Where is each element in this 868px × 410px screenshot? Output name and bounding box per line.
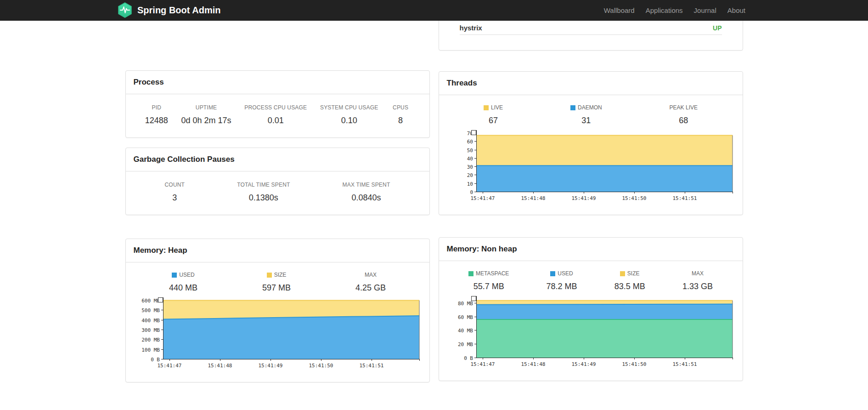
brand-link[interactable]: Spring Boot Admin bbox=[117, 2, 220, 18]
process-metrics: PID 12488 UPTIME 0d 0h 2m 17s PROCESS CP… bbox=[126, 94, 429, 137]
process-panel-heading: Process bbox=[126, 71, 429, 94]
metric-value: 8 bbox=[391, 116, 410, 125]
health-status-badge: UP bbox=[713, 24, 721, 32]
legend-value: 55.7 MB bbox=[468, 282, 509, 291]
metric-process-cpu: PROCESS CPU USAGE 0.01 bbox=[244, 104, 307, 125]
legend-label-text: SIZE bbox=[627, 270, 640, 277]
app-logo-icon bbox=[117, 2, 133, 18]
legend-label-text: SIZE bbox=[274, 272, 287, 278]
memory-heap-legend: USED 440 MB SIZE 597 MB MAX bbox=[126, 262, 429, 294]
threads-chart: 01020304050607015:41:4715:41:4815:41:491… bbox=[446, 129, 735, 206]
metaspace-swatch-icon bbox=[468, 271, 473, 276]
used-swatch-icon bbox=[550, 271, 555, 276]
left-column: Process PID 12488 UPTIME 0d 0h 2m 17s PR… bbox=[125, 21, 430, 382]
svg-text:15:41:50: 15:41:50 bbox=[622, 195, 647, 201]
health-row-hystrix[interactable]: hystrix UP bbox=[460, 21, 722, 35]
nav-item-about[interactable]: About bbox=[722, 6, 751, 14]
legend-label: MAX bbox=[682, 270, 713, 277]
legend-label: DAEMON bbox=[570, 104, 602, 111]
nav-item-applications[interactable]: Applications bbox=[640, 6, 688, 14]
svg-text:10: 10 bbox=[467, 181, 473, 187]
nav-item-journal[interactable]: Journal bbox=[688, 6, 722, 14]
metric-label: PROCESS CPU USAGE bbox=[244, 104, 307, 111]
right-column: hystrix UP Threads LIVE 67 bbox=[439, 21, 743, 381]
metric-label: MAX TIME SPENT bbox=[343, 182, 390, 188]
metric-label: CPUS bbox=[391, 104, 410, 111]
legend-value: 78.2 MB bbox=[546, 282, 577, 291]
legend-label: USED bbox=[169, 272, 197, 278]
legend-label-text: LIVE bbox=[491, 104, 503, 111]
svg-text:15:41:50: 15:41:50 bbox=[622, 361, 647, 367]
memory-nonheap-panel: Memory: Non heap METASPACE 55.7 MB USED bbox=[439, 237, 743, 381]
legend-label-text: METASPACE bbox=[476, 270, 509, 277]
metric-gc-max-time: MAX TIME SPENT 0.0840s bbox=[343, 182, 390, 203]
legend-label: MAX bbox=[355, 272, 386, 278]
svg-text:15:41:51: 15:41:51 bbox=[673, 195, 697, 201]
memory-heap-panel-title: Memory: Heap bbox=[134, 246, 187, 255]
size-swatch-icon bbox=[267, 273, 272, 278]
process-panel-title: Process bbox=[134, 78, 164, 86]
metric-value: 0.1380s bbox=[237, 193, 290, 203]
svg-text:400 MB: 400 MB bbox=[141, 318, 160, 324]
legend-label: PEAK LIVE bbox=[670, 104, 698, 111]
svg-text:15:41:48: 15:41:48 bbox=[521, 195, 546, 201]
svg-text:600 MB: 600 MB bbox=[141, 298, 160, 304]
svg-text:40: 40 bbox=[467, 156, 473, 162]
metric-value: 0.01 bbox=[244, 116, 307, 125]
svg-text:20: 20 bbox=[467, 172, 473, 178]
memory-heap-chart: 0 B100 MB200 MB300 MB400 MB500 MB600 MB1… bbox=[133, 296, 422, 374]
legend-value: 597 MB bbox=[262, 283, 291, 293]
memory-nonheap-chart-wrap: 0 B20 MB40 MB60 MB80 MB15:41:4715:41:481… bbox=[439, 292, 743, 381]
metric-gc-total-time: TOTAL TIME SPENT 0.1380s bbox=[237, 182, 290, 203]
legend-item-max: MAX 1.33 GB bbox=[682, 270, 713, 291]
metric-value: 3 bbox=[164, 193, 185, 203]
legend-label-text: MAX bbox=[365, 272, 377, 278]
svg-text:0 B: 0 B bbox=[464, 355, 473, 361]
memory-nonheap-chart: 0 B20 MB40 MB60 MB80 MB15:41:4715:41:481… bbox=[446, 295, 735, 372]
legend-item-live: LIVE 67 bbox=[484, 104, 503, 125]
memory-heap-chart-wrap: 0 B100 MB200 MB300 MB400 MB500 MB600 MB1… bbox=[126, 294, 429, 382]
svg-text:15:41:48: 15:41:48 bbox=[521, 361, 546, 367]
navbar: Spring Boot Admin Wallboard Applications… bbox=[0, 0, 868, 21]
daemon-swatch-icon bbox=[570, 105, 575, 110]
legend-value: 1.33 GB bbox=[682, 282, 713, 291]
legend-label: SIZE bbox=[262, 272, 291, 278]
memory-heap-panel-heading: Memory: Heap bbox=[126, 239, 429, 262]
legend-value: 4.25 GB bbox=[355, 283, 386, 293]
svg-text:200 MB: 200 MB bbox=[141, 337, 160, 343]
svg-text:15:41:49: 15:41:49 bbox=[572, 195, 596, 201]
metric-value: 0d 0h 2m 17s bbox=[181, 116, 231, 125]
svg-text:80 MB: 80 MB bbox=[458, 301, 473, 307]
legend-item-used: USED 440 MB bbox=[169, 272, 197, 293]
svg-text:15:41:50: 15:41:50 bbox=[309, 363, 333, 369]
legend-value: 83.5 MB bbox=[614, 282, 645, 291]
size-swatch-icon bbox=[620, 271, 625, 276]
svg-text:15:41:47: 15:41:47 bbox=[471, 361, 495, 367]
brand-title: Spring Boot Admin bbox=[137, 5, 220, 16]
legend-label: LIVE bbox=[484, 104, 503, 111]
metric-pid: PID 12488 bbox=[145, 104, 168, 125]
svg-text:60 MB: 60 MB bbox=[458, 314, 473, 320]
used-swatch-icon bbox=[172, 273, 177, 278]
legend-value: 440 MB bbox=[169, 283, 197, 293]
legend-item-metaspace: METASPACE 55.7 MB bbox=[468, 270, 509, 291]
memory-heap-panel: Memory: Heap USED 440 MB SIZE bbox=[125, 239, 430, 382]
nav-item-wallboard[interactable]: Wallboard bbox=[598, 6, 640, 14]
live-swatch-icon bbox=[484, 105, 489, 110]
svg-text:40 MB: 40 MB bbox=[458, 328, 473, 334]
memory-nonheap-legend: METASPACE 55.7 MB USED 78.2 MB bbox=[439, 261, 743, 292]
legend-item-used: USED 78.2 MB bbox=[546, 270, 577, 291]
legend-item-max: MAX 4.25 GB bbox=[355, 272, 386, 293]
navbar-menu: Wallboard Applications Journal About bbox=[598, 6, 751, 14]
svg-text:15:41:51: 15:41:51 bbox=[673, 361, 697, 367]
svg-text:15:41:48: 15:41:48 bbox=[208, 363, 232, 369]
svg-text:15:41:47: 15:41:47 bbox=[158, 363, 182, 369]
legend-value: 68 bbox=[670, 116, 698, 125]
metric-label: UPTIME bbox=[181, 104, 231, 111]
threads-panel: Threads LIVE 67 DAEMON bbox=[439, 71, 743, 215]
svg-text:500 MB: 500 MB bbox=[141, 308, 160, 313]
legend-label: SIZE bbox=[614, 270, 645, 277]
svg-text:15:41:49: 15:41:49 bbox=[259, 363, 283, 369]
svg-text:15:41:47: 15:41:47 bbox=[471, 195, 495, 201]
svg-text:60: 60 bbox=[467, 139, 473, 145]
